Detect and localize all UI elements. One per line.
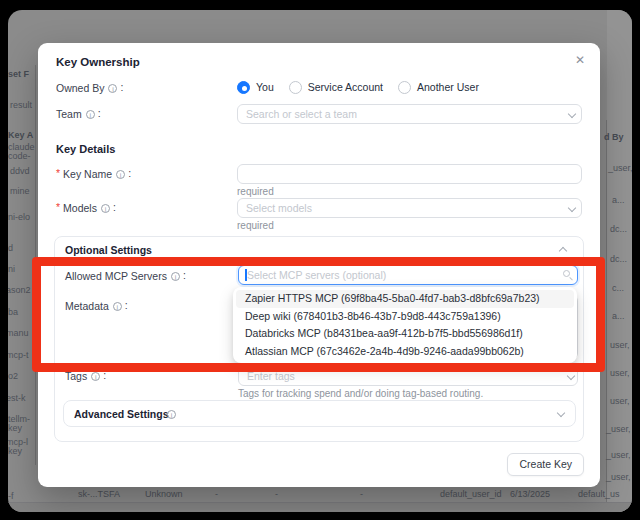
- chevron-down-icon: [557, 409, 565, 417]
- radio-option[interactable]: Another User: [398, 81, 479, 94]
- dimmed-table-cell: default_us: [578, 489, 620, 499]
- advanced-settings-card: Advanced Settings: [63, 400, 576, 427]
- dimmed-table-text: -f: [8, 491, 14, 502]
- dimmed-table-text: key: [8, 446, 22, 457]
- key-details-heading: Key Details: [56, 143, 115, 155]
- radio-icon: [398, 81, 411, 94]
- team-label: Team: [56, 107, 101, 120]
- info-icon: [113, 302, 122, 311]
- owned-by-label: Owned By: [56, 81, 123, 94]
- dimmed-table-text: mine: [10, 186, 30, 197]
- dimmed-table-cell: default_user_id: [440, 489, 502, 499]
- dimmed-table-text: a...: [612, 311, 625, 322]
- radio-icon: [237, 81, 250, 94]
- tags-input[interactable]: [238, 366, 578, 386]
- metadata-label: Metadata: [65, 299, 128, 312]
- dimmed-page-footer-band: [8, 502, 632, 512]
- dimmed-table-cell: -: [215, 489, 218, 499]
- dimmed-table-cell: -: [360, 489, 363, 499]
- dimmed-table-text: c...: [612, 283, 624, 294]
- radio-label: Service Account: [308, 81, 383, 93]
- info-icon: [108, 84, 117, 93]
- dimmed-table-text: _user,: [606, 472, 631, 483]
- dimmed-table-text: d: [8, 243, 13, 254]
- owned-by-radio-group: You Service Account Another User: [237, 79, 479, 95]
- radio-option[interactable]: You: [237, 81, 274, 94]
- dimmed-table-text: _user,: [608, 163, 632, 174]
- dimmed-table-text: manu: [8, 328, 29, 339]
- dimmed-table-text: dc...: [610, 254, 627, 265]
- mcp-server-dropdown: Zapier HTTPS MCP (69f8ba45-5ba0-4fd7-bab…: [233, 287, 577, 363]
- info-icon: [101, 204, 110, 213]
- create-key-modal: Key Ownership ✕ Owned By You Service Acc…: [38, 43, 600, 487]
- dimmed-table-text: ason2: [8, 285, 31, 296]
- dimmed-table-text: o2: [8, 371, 18, 382]
- create-key-button[interactable]: Create Key: [507, 453, 584, 476]
- dimmed-table-text: a...: [612, 195, 625, 206]
- chevron-up-icon: [559, 247, 567, 255]
- team-select[interactable]: [237, 104, 582, 124]
- dimmed-table-text: ba: [8, 307, 18, 318]
- key-name-label: Key Name: [56, 167, 131, 180]
- models-select[interactable]: [237, 198, 582, 218]
- advanced-settings-header[interactable]: Advanced Settings: [74, 408, 169, 420]
- dimmed-table-text: ni-elo: [8, 212, 30, 223]
- dimmed-table-text: d By: [604, 132, 624, 143]
- dimmed-table-text: _user,: [606, 424, 631, 435]
- table-column-divider: [606, 120, 607, 502]
- models-label: Models: [56, 201, 116, 214]
- table-column-divider: [35, 65, 36, 465]
- modal-title: Key Ownership: [56, 56, 140, 68]
- text-caret: [245, 269, 247, 281]
- dimmed-table-text: user,: [610, 396, 630, 407]
- allowed-mcp-servers-label: Allowed MCP Servers: [65, 269, 186, 282]
- radio-label: Another User: [417, 81, 479, 93]
- radio-icon: [289, 81, 302, 94]
- mcp-server-option[interactable]: Databricks MCP (b8431bea-aa9f-412b-b7f5-…: [236, 325, 574, 343]
- dimmed-table-text: Key A: [8, 130, 33, 141]
- close-icon[interactable]: ✕: [572, 52, 588, 68]
- info-icon: [116, 170, 125, 179]
- dimmed-table-text: est-k: [8, 393, 26, 404]
- key-name-input[interactable]: [237, 164, 582, 184]
- dimmed-table-cell: Unknown: [145, 489, 183, 499]
- mcp-server-option[interactable]: Deep wiki (678401b3-8b46-43b7-b9d8-443c7…: [236, 308, 574, 326]
- search-icon: [563, 270, 570, 277]
- dimmed-table-text: user,: [610, 368, 630, 379]
- tags-label: Tags: [65, 369, 106, 382]
- dimmed-table-text: key: [8, 423, 22, 434]
- dimmed-table-text: result: [10, 100, 32, 111]
- dimmed-table-text: code-: [8, 151, 31, 162]
- optional-settings-header[interactable]: Optional Settings: [65, 244, 152, 256]
- mcp-server-option[interactable]: Atlassian MCP (67c3462e-2a4b-4d9b-9246-a…: [236, 343, 574, 361]
- info-icon: [167, 410, 176, 419]
- dimmed-table-text: ddvd: [10, 166, 30, 177]
- mcp-servers-input[interactable]: [238, 265, 578, 285]
- radio-option[interactable]: Service Account: [289, 81, 383, 94]
- radio-label: You: [256, 81, 274, 93]
- key-name-required-hint: required: [237, 186, 274, 197]
- dimmed-table-text: ni: [8, 264, 15, 275]
- tags-help-text: Tags for tracking spend and/or doing tag…: [238, 388, 483, 399]
- info-icon: [91, 372, 100, 381]
- mcp-server-option[interactable]: Zapier HTTPS MCP (69f8ba45-5ba0-4fd7-bab…: [236, 290, 574, 308]
- app-window: set FresultKey Aclaudecode-ddvdmineni-el…: [8, 10, 632, 512]
- dimmed-table-cell: 6/13/2025: [510, 489, 550, 499]
- dimmed-table-text: dc...: [610, 224, 627, 235]
- dimmed-table-cell: sk-...TSFA: [78, 489, 120, 499]
- info-icon: [171, 272, 180, 281]
- dimmed-table-text: user,: [610, 340, 630, 351]
- info-icon: [86, 110, 95, 119]
- dimmed-table-text: mcp-t: [8, 350, 29, 361]
- dimmed-table-text: set F: [8, 69, 29, 80]
- dimmed-table-text: _user,: [606, 450, 631, 461]
- dimmed-table-cell: -: [275, 489, 278, 499]
- models-required-hint: required: [237, 220, 274, 231]
